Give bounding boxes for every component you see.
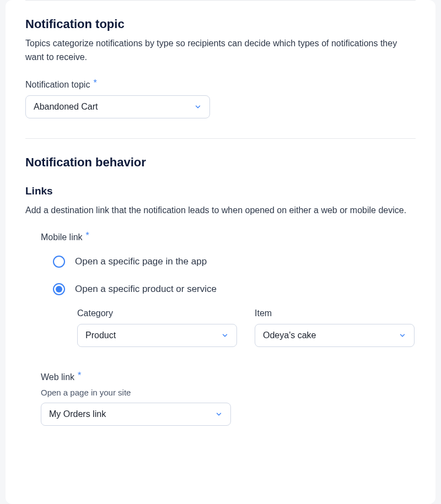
notification-behavior-title: Notification behavior <box>25 155 416 170</box>
notification-topic-title: Notification topic <box>25 17 416 31</box>
category-column: Category Product <box>77 308 237 347</box>
web-link-label: Web link <box>41 372 74 382</box>
web-link-sublabel: Open a page in your site <box>41 388 416 397</box>
required-indicator: * <box>86 231 89 240</box>
web-link-value: My Orders link <box>49 409 106 419</box>
mobile-link-block: Mobile link * Open a specific page in th… <box>25 232 416 295</box>
divider <box>25 0 416 1</box>
radio-label-app-page: Open a specific page in the app <box>75 256 207 267</box>
notification-topic-description: Topics categorize notifications by type … <box>25 37 416 64</box>
chevron-down-icon <box>215 410 223 418</box>
web-link-block: Web link * Open a page in your site My O… <box>25 372 416 426</box>
notification-topic-select[interactable]: Abandoned Cart <box>25 95 210 118</box>
links-description: Add a destination link that the notifica… <box>25 204 416 218</box>
radio-option-app-page[interactable]: Open a specific page in the app <box>53 256 416 268</box>
settings-card: Notification topic Topics categorize not… <box>6 0 435 504</box>
product-service-selects: Category Product Item Odeya's cake <box>25 308 416 347</box>
section-divider <box>25 138 416 139</box>
item-select[interactable]: Odeya's cake <box>255 324 415 347</box>
chevron-down-icon <box>399 332 406 339</box>
web-link-label-row: Web link * <box>41 372 416 382</box>
category-select[interactable]: Product <box>77 324 237 347</box>
notification-topic-field-label: Notification topic <box>25 80 90 90</box>
web-link-select[interactable]: My Orders link <box>41 403 231 426</box>
links-title: Links <box>25 185 416 197</box>
item-label: Item <box>255 308 415 318</box>
mobile-link-label-row: Mobile link * <box>41 232 416 242</box>
required-indicator: * <box>78 371 81 380</box>
mobile-link-options: Open a specific page in the app Open a s… <box>41 256 416 295</box>
item-value: Odeya's cake <box>263 330 316 340</box>
radio-inner-dot <box>56 286 62 292</box>
radio-icon <box>53 256 65 268</box>
notification-topic-value: Abandoned Cart <box>34 102 98 112</box>
radio-label-product-service: Open a specific product or service <box>75 284 217 295</box>
chevron-down-icon <box>194 103 202 111</box>
required-indicator: * <box>93 79 96 88</box>
mobile-link-label: Mobile link <box>41 232 83 242</box>
radio-icon <box>53 283 65 295</box>
chevron-down-icon <box>221 332 229 339</box>
item-column: Item Odeya's cake <box>255 308 415 347</box>
category-label: Category <box>77 308 237 318</box>
radio-option-product-service[interactable]: Open a specific product or service <box>53 283 416 295</box>
notification-topic-label-row: Notification topic * <box>25 80 416 90</box>
category-value: Product <box>85 330 116 340</box>
